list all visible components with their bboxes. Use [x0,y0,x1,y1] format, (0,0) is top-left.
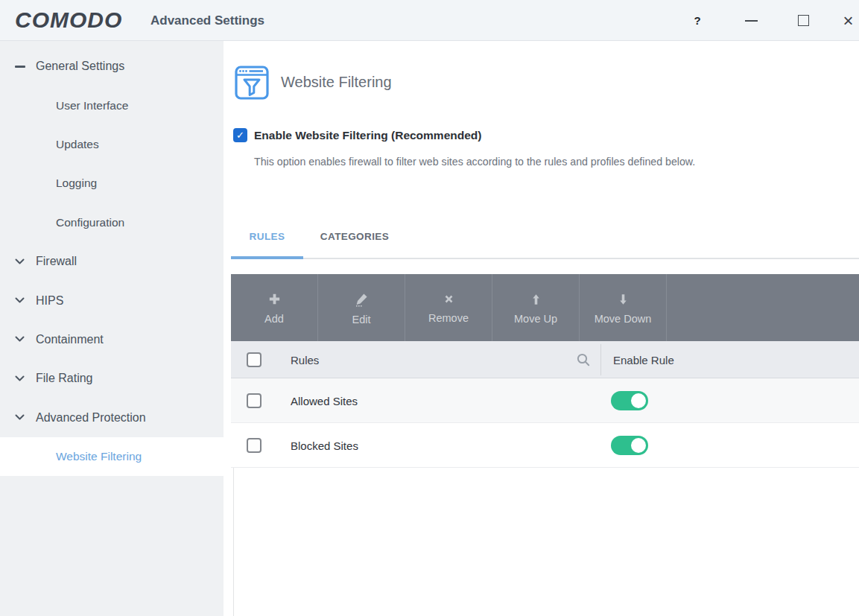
enable-website-filtering-label: Enable Website Filtering (Recommended) [254,129,481,142]
chevron-down-icon [15,375,27,382]
checkmark-icon: ✓ [236,130,244,140]
sidebar-item-general-settings[interactable]: General Settings [0,47,224,86]
sidebar-item-label: Firewall [36,255,77,268]
active-tab-indicator [231,256,303,259]
title-bar: COMODO Advanced Settings ? × [0,0,859,41]
help-button[interactable]: ? [687,0,708,41]
enable-rule-toggle[interactable] [611,436,648,455]
table-empty-area [233,468,859,616]
x-icon [443,293,455,305]
enable-website-filtering-checkbox[interactable]: ✓ [233,128,247,142]
sidebar-item-website-filtering[interactable]: Website Filtering [0,437,224,476]
chevron-down-icon [15,258,27,265]
enable-rule-toggle[interactable] [611,391,648,410]
add-button[interactable]: Add [231,274,318,341]
page-title: Website Filtering [281,74,392,91]
row-checkbox[interactable] [247,393,261,408]
maximize-button[interactable] [792,0,814,41]
sidebar-item-containment[interactable]: Containment [0,320,224,359]
sidebar-item-updates[interactable]: Updates [0,125,224,164]
sidebar-item-user-interface[interactable]: User Interface [0,86,224,124]
plus-icon [267,292,282,306]
chevron-down-icon [15,336,27,343]
sidebar-item-label: File Rating [36,372,92,385]
tab-bar: RULES CATEGORIES [231,227,406,245]
sidebar-item-label: HIPS [36,294,63,308]
arrow-down-icon [617,293,630,306]
table-header: Rules Enable Rule [231,341,859,378]
sidebar-item-advanced-protection[interactable]: Advanced Protection [0,399,224,437]
rules-toolbar: Add Edit Remove Move Up Move Down [231,274,859,341]
sidebar-item-label: Configuration [56,216,124,229]
rule-name: Allowed Sites [291,378,358,423]
sidebar-item-label: Advanced Protection [36,411,146,425]
sidebar-item-label: Updates [56,138,99,151]
chevron-down-icon [15,414,27,421]
select-all-checkbox[interactable] [247,352,261,367]
arrow-up-icon [530,293,542,306]
sidebar-item-label: Containment [36,333,104,346]
edit-button[interactable]: Edit [318,274,405,341]
move-up-button[interactable]: Move Up [492,274,580,341]
sidebar-item-firewall[interactable]: Firewall [0,242,224,281]
sidebar-item-configuration[interactable]: Configuration [0,203,224,242]
collapse-minus-icon [15,66,27,68]
sidebar-item-label: Website Filtering [56,450,142,463]
column-divider [600,344,601,375]
sidebar-item-label: General Settings [36,60,124,73]
remove-button[interactable]: Remove [405,274,492,341]
rule-name: Blocked Sites [291,423,358,468]
search-icon[interactable] [576,352,591,370]
table-row[interactable]: Allowed Sites [231,378,859,423]
maximize-icon [798,15,809,26]
toggle-knob [631,438,646,453]
sidebar-item-hips[interactable]: HIPS [0,281,224,320]
sidebar-item-file-rating[interactable]: File Rating [0,359,224,398]
main-panel: Website Filtering ✓ Enable Website Filte… [224,41,859,616]
row-checkbox[interactable] [247,438,261,453]
sidebar-item-label: User Interface [56,99,128,112]
toggle-knob [631,393,646,408]
setting-description: This option enables firewall to filter w… [254,153,722,171]
sidebar: General Settings User Interface Updates … [0,41,224,616]
minimize-button[interactable] [740,0,762,41]
pencil-icon [354,292,369,307]
window-title: Advanced Settings [150,13,264,28]
sidebar-item-label: Logging [56,177,97,190]
column-header-rules: Rules [291,341,319,378]
table-row[interactable]: Blocked Sites [231,423,859,468]
tab-categories[interactable]: CATEGORIES [303,227,406,245]
minimize-icon [745,20,758,22]
tab-baseline [231,258,859,259]
website-filtering-icon [235,66,269,103]
sidebar-item-logging[interactable]: Logging [0,164,224,203]
chevron-down-icon [15,297,27,304]
close-button[interactable]: × [837,0,859,41]
move-down-button[interactable]: Move Down [580,274,667,341]
comodo-logo: COMODO [15,7,122,33]
tab-rules[interactable]: RULES [231,227,303,245]
column-header-enable-rule: Enable Rule [613,341,674,378]
